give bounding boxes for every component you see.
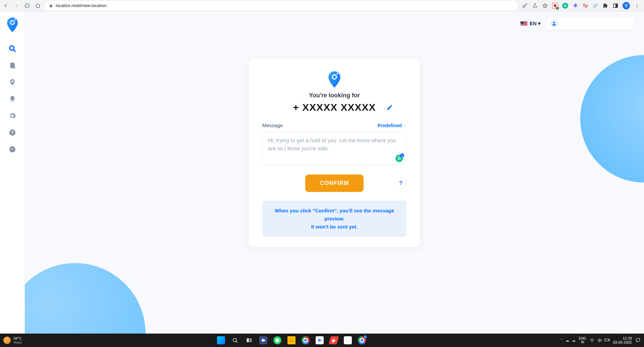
tray-chevron-icon[interactable]: ˄: [561, 338, 563, 343]
confirm-button[interactable]: CONFIRM: [305, 175, 364, 192]
chat-nav-icon[interactable]: [9, 146, 16, 153]
svg-rect-23: [250, 338, 252, 342]
grammarly-icon[interactable]: G1: [395, 155, 403, 162]
search-taskbar-icon[interactable]: [229, 335, 241, 346]
date-text: 03-05-2022: [613, 340, 632, 344]
onedrive-icon-2[interactable]: ☁: [572, 338, 576, 343]
snowflake-ext-icon[interactable]: ✱: [572, 3, 578, 9]
user-avatar-icon: [550, 19, 558, 28]
svg-point-5: [637, 6, 637, 7]
taskbar-center: ◆ ✱ V: [22, 335, 561, 346]
app-logo[interactable]: [6, 17, 18, 32]
svg-point-21: [233, 338, 237, 342]
search-nav-icon[interactable]: [9, 45, 16, 52]
edit-phone-button[interactable]: [386, 104, 393, 111]
clock[interactable]: 12:28 03-05-2022: [613, 336, 632, 344]
svg-point-19: [333, 76, 336, 79]
whatsapp-icon[interactable]: [271, 335, 283, 346]
address-bar[interactable]: localize.mobi/new-location: [45, 1, 518, 10]
volume-icon[interactable]: [597, 338, 602, 343]
phone-number: + XXXXX XXXXX: [293, 102, 376, 113]
location-nav-icon[interactable]: [9, 79, 16, 86]
windows-taskbar: 34°C Haze ◆ ✱ V ˄ ☁ ☁ ENG IN 12:2: [0, 334, 644, 347]
key-icon[interactable]: [522, 3, 528, 9]
anydesk-icon[interactable]: ◆: [328, 335, 340, 346]
nav-buttons: [3, 3, 41, 9]
extensions-icon[interactable]: [602, 3, 608, 9]
back-button[interactable]: [3, 3, 9, 9]
info-banner: When you click "Confirm", you'll see the…: [262, 201, 407, 237]
weather-temp: 34°C: [13, 336, 22, 340]
svg-point-0: [523, 5, 525, 7]
svg-point-16: [13, 149, 14, 150]
explorer-icon[interactable]: [285, 335, 298, 346]
decorative-circle-right: [580, 55, 644, 183]
message-textarea[interactable]: Hi, trying to get a hold of you. Let me …: [262, 132, 407, 165]
svg-rect-2: [616, 4, 618, 7]
link-ext-icon[interactable]: [592, 3, 598, 9]
reload-button[interactable]: [24, 3, 30, 9]
language-picker[interactable]: EN ▾: [520, 20, 541, 27]
svg-point-3: [637, 4, 637, 4]
bell-nav-icon[interactable]: [9, 95, 16, 103]
home-button[interactable]: [35, 3, 41, 9]
wifi-icon[interactable]: [590, 338, 594, 343]
menu-dots-icon[interactable]: [634, 3, 640, 9]
svg-point-24: [592, 342, 592, 342]
svg-point-15: [12, 149, 12, 150]
meet-icon[interactable]: [314, 335, 326, 346]
svg-point-8: [14, 19, 16, 20]
confirm-row: CONFIRM ?: [262, 175, 407, 192]
decorative-circle-left: [25, 263, 146, 334]
taskview-icon[interactable]: [243, 335, 255, 346]
onedrive-icon[interactable]: ☁: [566, 338, 569, 343]
svg-point-17: [553, 22, 555, 23]
start-button[interactable]: [215, 335, 227, 346]
svg-point-4: [637, 5, 637, 6]
svg-rect-26: [609, 340, 609, 341]
video-app-icon[interactable]: [257, 335, 269, 346]
lock-icon: [49, 4, 53, 8]
document-nav-icon[interactable]: [9, 62, 16, 69]
panel-icon[interactable]: [612, 3, 619, 9]
info-line-2: It won't be sent yet.: [269, 223, 400, 231]
system-icons[interactable]: [590, 338, 610, 343]
chrome-actions: 4 G ✱ Tp V: [522, 2, 641, 9]
profile-avatar[interactable]: V: [623, 2, 630, 9]
share-icon[interactable]: [532, 3, 538, 9]
svg-rect-25: [604, 339, 608, 341]
tp-ext-icon[interactable]: Tp: [582, 3, 588, 9]
system-tray[interactable]: ˄ ☁ ☁: [561, 338, 576, 343]
svg-rect-22: [247, 338, 249, 342]
weather-widget[interactable]: 34°C Haze: [3, 336, 22, 344]
message-label: Message: [262, 122, 283, 128]
url-text: localize.mobi/new-location: [56, 3, 107, 8]
settings-nav-icon[interactable]: [9, 112, 16, 119]
forward-button[interactable]: [13, 3, 19, 9]
chrome-active-icon[interactable]: V: [356, 335, 368, 346]
card-pin-icon: [262, 71, 407, 88]
message-header: Message Predefined: [262, 122, 407, 128]
grammarly-ext-icon[interactable]: G: [562, 3, 568, 9]
user-chip[interactable]: [547, 17, 634, 30]
top-header: EN ▾: [520, 17, 634, 30]
chevron-down-icon: [403, 124, 407, 127]
notification-icon[interactable]: [635, 338, 641, 343]
content-area: EN ▾ You're looking for + XXXXX XXXXX Me…: [25, 11, 644, 334]
svg-point-20: [337, 73, 338, 74]
battery-icon[interactable]: [604, 338, 610, 343]
predefined-dropdown[interactable]: Predefined: [378, 123, 407, 128]
slack-icon[interactable]: ✱: [342, 335, 354, 346]
grammarly-count-badge: 1: [400, 153, 404, 157]
help-nav-icon[interactable]: ?: [9, 129, 16, 136]
star-icon[interactable]: [542, 3, 548, 9]
time-text: 12:28: [623, 336, 632, 340]
extension-shield-icon[interactable]: 4: [552, 3, 558, 9]
help-button[interactable]: ?: [395, 178, 407, 189]
sidebar: ?: [0, 11, 25, 334]
info-line-1: When you click "Confirm", you'll see the…: [269, 207, 400, 223]
svg-point-7: [11, 21, 14, 24]
card-title: You're looking for: [262, 92, 407, 99]
chrome-icon[interactable]: [300, 335, 312, 346]
language-indicator[interactable]: ENG IN: [579, 337, 586, 344]
